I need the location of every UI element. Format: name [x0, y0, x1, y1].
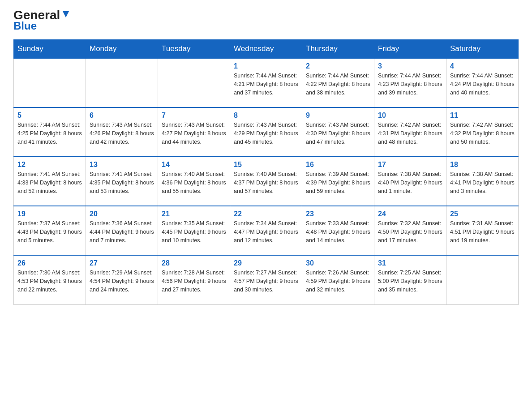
day-info: Sunrise: 7:41 AM Sunset: 4:35 PM Dayligh… [90, 170, 154, 195]
calendar-cell: 30Sunrise: 7:26 AM Sunset: 4:59 PM Dayli… [302, 255, 374, 304]
day-info: Sunrise: 7:43 AM Sunset: 4:29 PM Dayligh… [234, 121, 298, 146]
day-number: 15 [234, 161, 298, 169]
day-number: 21 [162, 210, 226, 218]
calendar-cell: 13Sunrise: 7:41 AM Sunset: 4:35 PM Dayli… [86, 157, 158, 206]
day-info: Sunrise: 7:43 AM Sunset: 4:26 PM Dayligh… [90, 121, 154, 146]
day-number: 5 [17, 111, 82, 120]
day-number: 13 [90, 161, 154, 169]
day-info: Sunrise: 7:33 AM Sunset: 4:48 PM Dayligh… [306, 219, 370, 244]
calendar-cell: 12Sunrise: 7:41 AM Sunset: 4:33 PM Dayli… [14, 157, 86, 206]
calendar-cell: 24Sunrise: 7:32 AM Sunset: 4:50 PM Dayli… [374, 206, 446, 255]
calendar-cell: 31Sunrise: 7:25 AM Sunset: 5:00 PM Dayli… [374, 255, 446, 304]
col-header-sunday: Sunday [14, 40, 86, 59]
calendar-week-3: 12Sunrise: 7:41 AM Sunset: 4:33 PM Dayli… [14, 157, 519, 206]
day-number: 22 [234, 210, 298, 218]
calendar-cell: 2Sunrise: 7:44 AM Sunset: 4:22 PM Daylig… [302, 58, 374, 107]
calendar-cell: 20Sunrise: 7:36 AM Sunset: 4:44 PM Dayli… [86, 206, 158, 255]
logo-arrow-icon [61, 9, 71, 19]
calendar-table: SundayMondayTuesdayWednesdayThursdayFrid… [13, 39, 519, 305]
day-number: 10 [378, 111, 442, 120]
calendar-cell [158, 58, 230, 107]
day-info: Sunrise: 7:38 AM Sunset: 4:41 PM Dayligh… [450, 170, 515, 195]
day-number: 14 [162, 161, 226, 169]
day-info: Sunrise: 7:25 AM Sunset: 5:00 PM Dayligh… [378, 269, 442, 294]
calendar-cell [14, 58, 86, 107]
calendar-cell: 28Sunrise: 7:28 AM Sunset: 4:56 PM Dayli… [158, 255, 230, 304]
day-number: 7 [162, 111, 226, 120]
day-number: 27 [90, 259, 154, 267]
day-info: Sunrise: 7:42 AM Sunset: 4:31 PM Dayligh… [378, 121, 442, 146]
calendar-cell: 19Sunrise: 7:37 AM Sunset: 4:43 PM Dayli… [14, 206, 86, 255]
day-number: 6 [90, 111, 154, 120]
day-number: 24 [378, 210, 442, 218]
calendar-cell: 16Sunrise: 7:39 AM Sunset: 4:39 PM Dayli… [302, 157, 374, 206]
calendar-cell [446, 255, 519, 304]
day-info: Sunrise: 7:40 AM Sunset: 4:36 PM Dayligh… [162, 170, 226, 195]
svg-marker-0 [63, 11, 69, 17]
col-header-tuesday: Tuesday [158, 40, 230, 59]
calendar-cell: 25Sunrise: 7:31 AM Sunset: 4:51 PM Dayli… [446, 206, 519, 255]
calendar-week-4: 19Sunrise: 7:37 AM Sunset: 4:43 PM Dayli… [14, 206, 519, 255]
day-info: Sunrise: 7:28 AM Sunset: 4:56 PM Dayligh… [162, 269, 226, 294]
day-number: 11 [450, 111, 515, 120]
calendar-cell: 3Sunrise: 7:44 AM Sunset: 4:23 PM Daylig… [374, 58, 446, 107]
day-info: Sunrise: 7:35 AM Sunset: 4:45 PM Dayligh… [162, 219, 226, 244]
day-number: 8 [234, 111, 298, 120]
calendar-cell: 17Sunrise: 7:38 AM Sunset: 4:40 PM Dayli… [374, 157, 446, 206]
day-info: Sunrise: 7:30 AM Sunset: 4:53 PM Dayligh… [17, 269, 82, 294]
calendar-cell: 21Sunrise: 7:35 AM Sunset: 4:45 PM Dayli… [158, 206, 230, 255]
calendar-cell: 8Sunrise: 7:43 AM Sunset: 4:29 PM Daylig… [230, 107, 302, 157]
day-info: Sunrise: 7:32 AM Sunset: 4:50 PM Dayligh… [378, 219, 442, 244]
calendar-cell: 10Sunrise: 7:42 AM Sunset: 4:31 PM Dayli… [374, 107, 446, 157]
calendar-cell: 27Sunrise: 7:29 AM Sunset: 4:54 PM Dayli… [86, 255, 158, 304]
col-header-thursday: Thursday [302, 40, 374, 59]
day-info: Sunrise: 7:40 AM Sunset: 4:37 PM Dayligh… [234, 170, 298, 195]
day-number: 25 [450, 210, 515, 218]
day-info: Sunrise: 7:44 AM Sunset: 4:24 PM Dayligh… [450, 72, 515, 97]
day-number: 17 [378, 161, 442, 169]
calendar-cell: 15Sunrise: 7:40 AM Sunset: 4:37 PM Dayli… [230, 157, 302, 206]
calendar-week-1: 1Sunrise: 7:44 AM Sunset: 4:21 PM Daylig… [14, 58, 519, 107]
day-info: Sunrise: 7:44 AM Sunset: 4:23 PM Dayligh… [378, 72, 442, 97]
calendar-cell: 18Sunrise: 7:38 AM Sunset: 4:41 PM Dayli… [446, 157, 519, 206]
day-info: Sunrise: 7:42 AM Sunset: 4:32 PM Dayligh… [450, 121, 515, 146]
day-number: 20 [90, 210, 154, 218]
calendar-cell: 7Sunrise: 7:43 AM Sunset: 4:27 PM Daylig… [158, 107, 230, 157]
day-info: Sunrise: 7:37 AM Sunset: 4:43 PM Dayligh… [17, 219, 82, 244]
day-info: Sunrise: 7:44 AM Sunset: 4:22 PM Dayligh… [306, 72, 370, 97]
calendar-week-2: 5Sunrise: 7:44 AM Sunset: 4:25 PM Daylig… [14, 107, 519, 157]
col-header-friday: Friday [374, 40, 446, 59]
day-info: Sunrise: 7:36 AM Sunset: 4:44 PM Dayligh… [90, 219, 154, 244]
logo: General Blue [13, 9, 71, 31]
day-info: Sunrise: 7:39 AM Sunset: 4:39 PM Dayligh… [306, 170, 370, 195]
day-number: 30 [306, 259, 370, 267]
day-number: 2 [306, 62, 370, 70]
col-header-saturday: Saturday [446, 40, 519, 59]
calendar-cell: 29Sunrise: 7:27 AM Sunset: 4:57 PM Dayli… [230, 255, 302, 304]
day-info: Sunrise: 7:43 AM Sunset: 4:27 PM Dayligh… [162, 121, 226, 146]
calendar-week-5: 26Sunrise: 7:30 AM Sunset: 4:53 PM Dayli… [14, 255, 519, 304]
day-info: Sunrise: 7:38 AM Sunset: 4:40 PM Dayligh… [378, 170, 442, 195]
day-number: 4 [450, 62, 515, 70]
calendar-cell: 9Sunrise: 7:43 AM Sunset: 4:30 PM Daylig… [302, 107, 374, 157]
day-info: Sunrise: 7:27 AM Sunset: 4:57 PM Dayligh… [234, 269, 298, 294]
day-info: Sunrise: 7:44 AM Sunset: 4:25 PM Dayligh… [17, 121, 82, 146]
day-number: 31 [378, 259, 442, 267]
day-info: Sunrise: 7:31 AM Sunset: 4:51 PM Dayligh… [450, 219, 515, 244]
col-header-monday: Monday [86, 40, 158, 59]
calendar-cell [86, 58, 158, 107]
day-info: Sunrise: 7:44 AM Sunset: 4:21 PM Dayligh… [234, 72, 298, 97]
day-number: 16 [306, 161, 370, 169]
day-number: 23 [306, 210, 370, 218]
day-number: 26 [17, 259, 82, 267]
day-number: 19 [17, 210, 82, 218]
day-number: 12 [17, 161, 82, 169]
page-header: General Blue [13, 9, 519, 31]
calendar-cell: 5Sunrise: 7:44 AM Sunset: 4:25 PM Daylig… [14, 107, 86, 157]
day-info: Sunrise: 7:43 AM Sunset: 4:30 PM Dayligh… [306, 121, 370, 146]
day-number: 18 [450, 161, 515, 169]
calendar-cell: 23Sunrise: 7:33 AM Sunset: 4:48 PM Dayli… [302, 206, 374, 255]
calendar-cell: 6Sunrise: 7:43 AM Sunset: 4:26 PM Daylig… [86, 107, 158, 157]
day-number: 3 [378, 62, 442, 70]
day-info: Sunrise: 7:34 AM Sunset: 4:47 PM Dayligh… [234, 219, 298, 244]
